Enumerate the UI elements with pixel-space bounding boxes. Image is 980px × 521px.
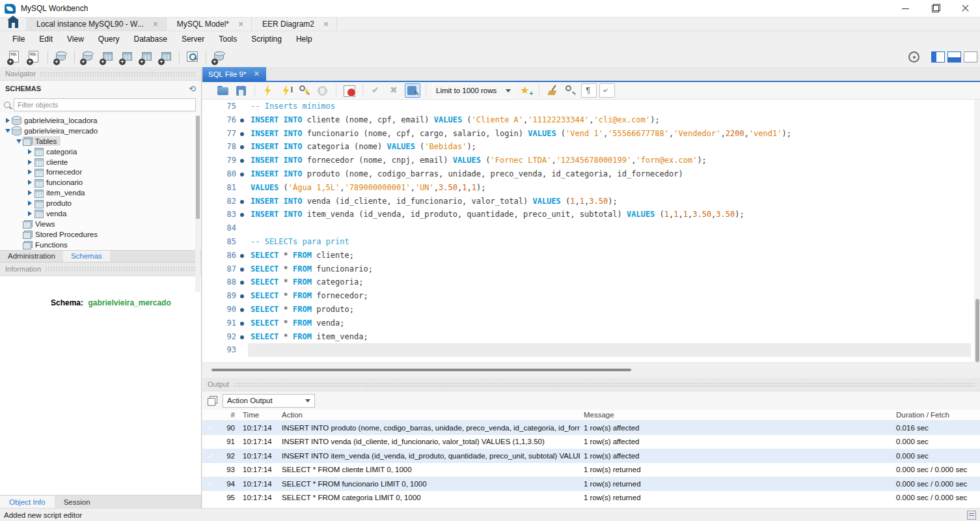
code-line-84[interactable]: 84 <box>202 221 980 235</box>
expand-icon[interactable] <box>26 160 33 165</box>
menu-view[interactable]: View <box>60 33 91 46</box>
stop-icon[interactable] <box>315 83 331 98</box>
tree-item-categoria[interactable]: categoria <box>0 147 201 157</box>
new-sql-tab-icon[interactable]: + <box>7 49 23 65</box>
help-icon[interactable] <box>908 51 919 63</box>
menu-edit[interactable]: Edit <box>32 33 60 46</box>
find-icon[interactable] <box>563 83 578 98</box>
code-area[interactable]: 75-- Inserts mínimos76INSERT INTO client… <box>202 100 980 362</box>
menu-database[interactable]: Database <box>127 33 174 46</box>
minimize-button[interactable] <box>890 0 920 18</box>
toggle-secondary-sidebar-icon[interactable] <box>964 51 977 63</box>
expand-icon[interactable] <box>26 180 33 185</box>
create-schema-icon[interactable]: + <box>79 49 96 65</box>
output-row[interactable]: 9510:17:14SELECT * FROM categoria LIMIT … <box>202 491 980 505</box>
restore-button[interactable] <box>920 0 950 18</box>
menu-tools[interactable]: Tools <box>211 33 244 46</box>
menu-query[interactable]: Query <box>91 33 127 46</box>
collapse-icon[interactable] <box>4 129 11 133</box>
tree-item-produto[interactable]: produto <box>0 198 201 208</box>
code-line-93[interactable]: 93 <box>202 343 980 357</box>
close-icon[interactable]: ✕ <box>252 70 260 78</box>
tree-item-funcionario[interactable]: funcionario <box>0 177 201 188</box>
tab-object-info[interactable]: Object Info <box>0 496 55 508</box>
expand-icon[interactable] <box>26 211 33 216</box>
create-function-icon[interactable]: + <box>157 49 174 65</box>
expand-icon[interactable] <box>26 190 33 195</box>
menu-server[interactable]: Server <box>174 33 211 46</box>
menu-file[interactable]: File <box>5 33 32 46</box>
log-icon[interactable] <box>967 511 976 520</box>
open-sql-script-icon[interactable]: + <box>26 49 43 65</box>
tab-schemas[interactable]: Schemas <box>63 251 110 262</box>
code-line-92[interactable]: 92SELECT * FROM item_venda; <box>202 330 980 344</box>
tree-item-fornecedor[interactable]: fornecedor <box>0 167 201 177</box>
search-table-data-icon[interactable] <box>184 49 201 65</box>
stop-on-error-icon[interactable] <box>342 83 357 98</box>
sql-file-tab[interactable]: SQL File 9* ✕ <box>202 67 266 81</box>
tree-item-cliente[interactable]: cliente <box>0 157 201 167</box>
execute-current-icon[interactable] <box>279 83 294 98</box>
save-snippet-icon[interactable] <box>518 83 534 98</box>
create-table-icon[interactable]: + <box>99 49 116 65</box>
code-line-85[interactable]: 85-- SELECTs para print <box>202 235 980 249</box>
home-tab[interactable] <box>0 18 26 31</box>
code-line-90[interactable]: 90SELECT * FROM produto; <box>202 303 980 317</box>
code-line-77[interactable]: 77INSERT INTO funcionario (nome, cpf, ca… <box>202 127 980 141</box>
editor-vertical-scrollbar[interactable] <box>974 100 980 362</box>
beautify-icon[interactable] <box>545 83 560 98</box>
tree-item-tables[interactable]: Tables <box>0 136 201 147</box>
rollback-icon[interactable] <box>387 83 402 98</box>
main-tab-2[interactable]: MySQL Model*✕ <box>167 18 252 31</box>
tree-item-item_venda[interactable]: item_venda <box>0 188 201 198</box>
code-line-81[interactable]: 81VALUES ('Água 1,5L','789000000001','UN… <box>202 181 980 195</box>
toggle-output-panel-icon[interactable] <box>947 51 961 63</box>
expand-icon[interactable] <box>4 118 11 123</box>
tree-item-stored-procedures[interactable]: Stored Procedures <box>0 229 201 240</box>
output-row[interactable]: 9010:17:14INSERT INTO produto (nome, cod… <box>202 421 980 435</box>
collapse-icon[interactable] <box>15 139 22 143</box>
close-icon[interactable]: ✕ <box>152 20 159 29</box>
explain-plan-icon[interactable] <box>297 83 312 98</box>
code-line-87[interactable]: 87SELECT * FROM funcionario; <box>202 262 980 276</box>
output-row[interactable]: 9210:17:14INSERT INTO item_venda (id_ven… <box>202 449 980 463</box>
save-icon[interactable] <box>234 83 249 98</box>
tree-item-views[interactable]: Views <box>0 219 201 229</box>
execute-icon[interactable] <box>260 83 276 98</box>
tab-administration[interactable]: Administration <box>0 251 63 262</box>
inspector-icon[interactable]: + <box>53 49 70 65</box>
code-line-76[interactable]: 76INSERT INTO cliente (nome, cpf, email)… <box>202 113 980 127</box>
main-tab-1[interactable]: Local instance MySQL90 - W...✕ <box>26 18 167 31</box>
expand-icon[interactable] <box>26 149 33 154</box>
menu-help[interactable]: Help <box>289 33 320 46</box>
wrap-icon[interactable] <box>599 83 615 98</box>
main-tab-3[interactable]: EER Diagram2✕ <box>252 18 337 31</box>
code-line-82[interactable]: 82INSERT INTO venda (id_cliente, id_func… <box>202 195 980 208</box>
editor-horizontal-scrollbar[interactable] <box>202 362 980 378</box>
output-view-selector[interactable]: Action Output <box>223 394 315 408</box>
output-row[interactable]: 9410:17:14SELECT * FROM funcionario LIMI… <box>202 477 980 491</box>
output-row[interactable]: 9310:17:14SELECT * FROM cliente LIMIT 0,… <box>202 463 980 477</box>
tree-item-gabrielvieira_mercado[interactable]: gabrielvieira_mercado <box>0 126 201 136</box>
tree-item-functions[interactable]: Functions <box>0 240 201 250</box>
expand-icon[interactable] <box>26 169 33 175</box>
tree-scrollbar[interactable] <box>195 115 200 292</box>
expand-icon[interactable] <box>26 201 33 206</box>
reconnect-dbms-icon[interactable]: + <box>211 49 228 65</box>
refresh-schemas-icon[interactable]: ⟲ <box>189 85 196 93</box>
code-line-79[interactable]: 79INSERT INTO fornecedor (nome, cnpj, em… <box>202 154 980 167</box>
code-line-78[interactable]: 78INSERT INTO categoria (nome) VALUES ('… <box>202 140 980 154</box>
code-line-89[interactable]: 89SELECT * FROM fornecedor; <box>202 289 980 303</box>
close-button[interactable] <box>950 0 980 18</box>
menu-scripting[interactable]: Scripting <box>244 33 289 46</box>
close-icon[interactable]: ✕ <box>237 20 245 29</box>
commit-icon[interactable] <box>368 83 384 98</box>
limit-rows-dropdown[interactable]: Limit to 1000 rows <box>433 83 514 98</box>
close-icon[interactable]: ✕ <box>322 20 330 29</box>
toggle-sidebar-icon[interactable] <box>931 51 945 63</box>
create-procedure-icon[interactable]: + <box>138 49 155 65</box>
code-line-75[interactable]: 75-- Inserts mínimos <box>202 100 980 113</box>
filter-objects-input[interactable] <box>14 98 196 111</box>
tree-item-gabrielvieira_locadora[interactable]: gabrielvieira_locadora <box>0 115 201 126</box>
code-line-83[interactable]: 83INSERT INTO item_venda (id_venda, id_p… <box>202 208 980 221</box>
